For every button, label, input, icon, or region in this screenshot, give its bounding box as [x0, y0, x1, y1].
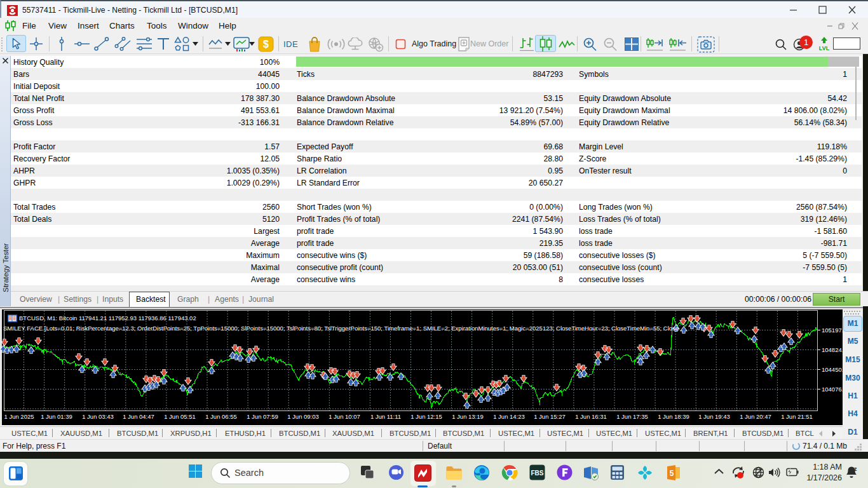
svg-text:LVL: LVL [819, 45, 830, 51]
svg-text:1 Jun 21:51: 1 Jun 21:51 [781, 413, 813, 420]
svg-text:1 Jun 17:35: 1 Jun 17:35 [616, 413, 648, 420]
svg-text:1 Jun 07:59: 1 Jun 07:59 [247, 413, 278, 420]
svg-text:1 Jun 16:31: 1 Jun 16:31 [575, 413, 607, 420]
svg-text:5: 5 [670, 469, 674, 478]
svg-text:1 Jun 13:19: 1 Jun 13:19 [452, 413, 484, 420]
svg-text:Strategy Tester: Strategy Tester [2, 243, 10, 292]
svg-text:FBS: FBS [531, 470, 544, 477]
svg-text:z: z [854, 466, 857, 472]
svg-text:1 Jun 09:03: 1 Jun 09:03 [287, 413, 319, 420]
svg-text:1 Jun 11:11: 1 Jun 11:11 [370, 413, 401, 420]
svg-text:1 Jun 06:55: 1 Jun 06:55 [205, 413, 237, 420]
svg-text:1 Jun 15:27: 1 Jun 15:27 [534, 413, 566, 420]
svg-text:1 Jun 03:43: 1 Jun 03:43 [82, 413, 114, 420]
svg-text:1 Jun 20:47: 1 Jun 20:47 [740, 413, 771, 420]
svg-text:$: $ [263, 39, 269, 50]
svg-text:1 Jun 04:47: 1 Jun 04:47 [123, 413, 154, 420]
svg-text:1 Jun 14:23: 1 Jun 14:23 [493, 413, 525, 420]
svg-text:1 Jun 01:39: 1 Jun 01:39 [41, 413, 72, 420]
svg-text:BTCUSD, M1: Bitcoin 117941.: BTCUSD, M1: Bitcoin 117941.21 117952.93 … [19, 315, 196, 322]
svg-text:1 Jun 10:07: 1 Jun 10:07 [329, 413, 360, 420]
svg-text:1 Jun 19:43: 1 Jun 19:43 [698, 413, 730, 420]
svg-text:1 Jun 2025: 1 Jun 2025 [4, 413, 34, 420]
svg-text:SMILEY FACE [Lots=0.01; RiskPe: SMILEY FACE [Lots=0.01; RiskPercentage=1… [3, 325, 679, 332]
svg-text:1 Jun 18:39: 1 Jun 18:39 [658, 413, 689, 420]
svg-text:1 Jun 05:51: 1 Jun 05:51 [164, 413, 196, 420]
svg-text:1 Jun 12:15: 1 Jun 12:15 [410, 413, 442, 420]
